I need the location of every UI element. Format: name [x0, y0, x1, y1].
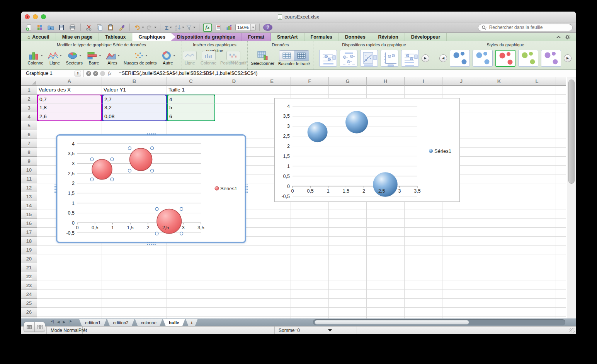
row-header-2[interactable]: 2 — [21, 95, 37, 103]
bubble-x1,8[interactable] — [345, 111, 368, 133]
cell-A21[interactable] — [37, 263, 102, 272]
sum-dropdown-icon[interactable] — [328, 329, 332, 332]
basculer-le-trace-button[interactable]: Basculer le tracé — [278, 50, 310, 66]
row-header-10[interactable]: 10 — [21, 166, 37, 174]
column-header-K[interactable]: K — [480, 77, 518, 86]
cell-L23[interactable] — [518, 281, 556, 290]
basculer-rows-button[interactable] — [279, 51, 294, 61]
sparkline-colonne-button[interactable]: Colonne — [201, 51, 216, 65]
cell-F18[interactable] — [291, 237, 329, 245]
layout-thumbnail-3[interactable] — [360, 50, 378, 67]
horizontal-scrollbar-thumb[interactable] — [315, 320, 469, 325]
column-header-H[interactable]: H — [367, 77, 405, 86]
cell-E14[interactable] — [253, 201, 291, 210]
row-header-17[interactable]: 17 — [21, 228, 37, 237]
cell-L3[interactable] — [518, 103, 556, 112]
cell-I26[interactable] — [405, 308, 442, 317]
cell-A23[interactable] — [37, 281, 102, 290]
cell-C23[interactable] — [167, 281, 215, 290]
cell-L8[interactable] — [518, 148, 556, 157]
bubble-x2,6[interactable] — [157, 209, 182, 234]
cell-F15[interactable] — [291, 210, 329, 219]
cell-H21[interactable] — [367, 263, 405, 272]
cell-K23[interactable] — [480, 281, 518, 290]
cell-F26[interactable] — [291, 308, 329, 317]
cell-G25[interactable] — [329, 299, 367, 308]
search-input[interactable] — [489, 25, 569, 30]
cell-B24[interactable] — [102, 290, 167, 299]
cell-H20[interactable] — [367, 254, 405, 263]
sheet-search[interactable] — [478, 24, 573, 31]
redo-button[interactable] — [146, 23, 156, 32]
cell-L22[interactable] — [518, 272, 556, 281]
cell-H15[interactable] — [367, 210, 405, 219]
cut-button[interactable] — [84, 23, 94, 32]
column-header-L[interactable]: L — [518, 77, 556, 86]
format-painter-button[interactable] — [117, 23, 126, 32]
cell-D20[interactable] — [215, 254, 253, 263]
sheet-nav-arrows[interactable]: ⯇| ◀ ▶ |⯈ — [50, 320, 72, 324]
styles-scroll-left-button[interactable]: ◀ — [439, 54, 447, 62]
cell-E24[interactable] — [253, 290, 291, 299]
style-thumbnail-green[interactable] — [518, 50, 538, 67]
cell-G15[interactable] — [329, 210, 367, 219]
cell-F25[interactable] — [291, 299, 329, 308]
cell-K17[interactable] — [480, 228, 518, 237]
cell-J22[interactable] — [442, 272, 480, 281]
sum-indicator[interactable]: Somme=0 — [274, 327, 336, 334]
row-header-19[interactable]: 19 — [21, 245, 37, 254]
cell-E17[interactable] — [253, 228, 291, 237]
cell-A20[interactable] — [37, 254, 102, 263]
tab-developpeur[interactable]: Développeur — [405, 33, 447, 41]
cell-G20[interactable] — [329, 254, 367, 263]
cell-B20[interactable] — [102, 254, 167, 263]
cell-L25[interactable] — [518, 299, 556, 308]
cell-K16[interactable] — [480, 219, 518, 228]
cell-J23[interactable] — [442, 281, 480, 290]
cell-I22[interactable] — [405, 272, 442, 281]
cell-A19[interactable] — [37, 245, 102, 254]
cell-D2[interactable] — [215, 95, 253, 103]
cell-B5[interactable] — [102, 121, 167, 130]
chart-frame-handle[interactable] — [146, 242, 156, 245]
cell-G17[interactable] — [329, 228, 367, 237]
cell-C3[interactable]: 5 — [167, 103, 215, 112]
tab-accueil[interactable]: ⌂Accueil — [21, 33, 56, 41]
cell-C1[interactable]: Taille 1 — [167, 86, 215, 95]
cell-J20[interactable] — [442, 254, 480, 263]
cell-L13[interactable] — [518, 192, 556, 201]
cell-G19[interactable] — [329, 245, 367, 254]
sheet-tab-edition1[interactable]: edition1 — [79, 319, 106, 326]
cell-K8[interactable] — [480, 148, 518, 157]
cell-D1[interactable] — [215, 86, 253, 95]
cell-G18[interactable] — [329, 237, 367, 245]
cell-A2[interactable]: 0,7 — [37, 95, 102, 103]
cell-D23[interactable] — [215, 281, 253, 290]
cell-A4[interactable]: 2,6 — [37, 112, 102, 121]
cell-E15[interactable] — [253, 210, 291, 219]
row-header-26[interactable]: 26 — [21, 308, 37, 317]
row-header-14[interactable]: 14 — [21, 201, 37, 210]
cell-K15[interactable] — [480, 210, 518, 219]
row-header-9[interactable]: 9 — [21, 157, 37, 166]
cell-A5[interactable] — [37, 121, 102, 130]
cell-B4[interactable]: 0,08 — [102, 112, 167, 121]
cell-A1[interactable]: Valeurs des X — [37, 86, 102, 95]
row-header-18[interactable]: 18 — [21, 237, 37, 245]
cell-H24[interactable] — [367, 290, 405, 299]
prev-sheet-icon[interactable]: ◀ — [57, 320, 60, 324]
column-header-G[interactable]: G — [329, 77, 367, 86]
bubble-x1,8[interactable] — [130, 148, 152, 171]
cell-K26[interactable] — [480, 308, 518, 317]
cell-L2[interactable] — [518, 95, 556, 103]
style-thumbnail-purple[interactable] — [541, 50, 561, 67]
cell-K5[interactable] — [480, 121, 518, 130]
cell-H1[interactable] — [367, 86, 405, 95]
cell-K7[interactable] — [480, 139, 518, 148]
sheet-tab-edition2[interactable]: edition2 — [107, 319, 134, 326]
cell-B25[interactable] — [102, 299, 167, 308]
cell-F20[interactable] — [291, 254, 329, 263]
tab-tableaux[interactable]: Tableaux — [99, 33, 132, 41]
row-header-21[interactable]: 21 — [21, 263, 37, 272]
layout-thumbnail-1[interactable] — [319, 50, 337, 67]
